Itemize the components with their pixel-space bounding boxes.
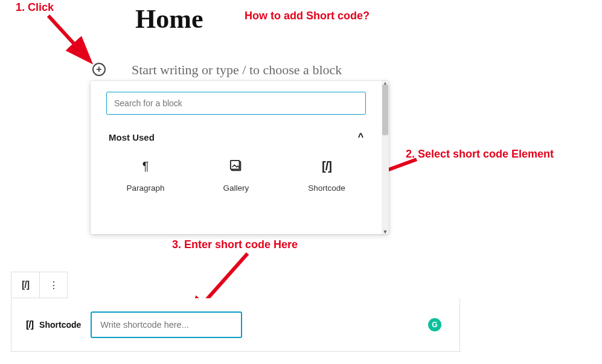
paragraph-icon: ¶ bbox=[122, 158, 169, 174]
inserter-section-title: Most Used bbox=[109, 132, 155, 142]
shortcode-icon: [/] bbox=[303, 158, 350, 174]
scroll-down-icon[interactable]: ▼ bbox=[382, 229, 389, 235]
block-inserter: Most Used ^ ¶ Paragraph Gallery [/] Shor… bbox=[91, 81, 389, 234]
add-block-button[interactable]: + bbox=[92, 63, 106, 76]
shortcode-block: [/] ⋮ [/] Shortcode G bbox=[11, 272, 460, 352]
chevron-up-icon[interactable]: ^ bbox=[358, 132, 363, 142]
scroll-thumb[interactable] bbox=[382, 85, 388, 135]
block-item-label: Paragraph bbox=[122, 184, 169, 193]
block-item-shortcode[interactable]: [/] Shortcode bbox=[303, 158, 350, 193]
grammarly-icon[interactable]: G bbox=[428, 318, 441, 331]
scrollbar[interactable]: ▲ ▼ bbox=[382, 81, 389, 234]
block-prompt[interactable]: Start writing or type / to choose a bloc… bbox=[132, 62, 342, 78]
annotation-heading: How to add Short code? bbox=[245, 10, 370, 22]
block-item-label: Gallery bbox=[213, 184, 260, 193]
gallery-icon bbox=[213, 158, 260, 174]
shortcode-icon: [/] bbox=[22, 279, 29, 290]
block-toolbar: [/] ⋮ bbox=[11, 272, 68, 298]
plus-circle-icon: + bbox=[96, 65, 101, 74]
more-vertical-icon: ⋮ bbox=[49, 279, 59, 291]
page-title: Home bbox=[135, 4, 203, 34]
annotation-step-2: 2. Select short code Element bbox=[406, 148, 554, 161]
block-item-paragraph[interactable]: ¶ Paragraph bbox=[122, 158, 169, 193]
more-options-button[interactable]: ⋮ bbox=[39, 272, 67, 298]
block-item-label: Shortcode bbox=[303, 184, 350, 193]
block-item-gallery[interactable]: Gallery bbox=[213, 158, 260, 193]
block-type-button[interactable]: [/] bbox=[11, 272, 39, 298]
annotation-arrow-1 bbox=[42, 12, 103, 72]
svg-line-0 bbox=[48, 16, 88, 59]
search-input[interactable] bbox=[106, 92, 366, 115]
shortcode-label: [/] Shortcode bbox=[26, 319, 81, 330]
shortcode-input[interactable] bbox=[91, 311, 242, 338]
shortcode-icon: [/] bbox=[26, 319, 33, 330]
annotation-step-3: 3. Enter short code Here bbox=[172, 238, 298, 251]
